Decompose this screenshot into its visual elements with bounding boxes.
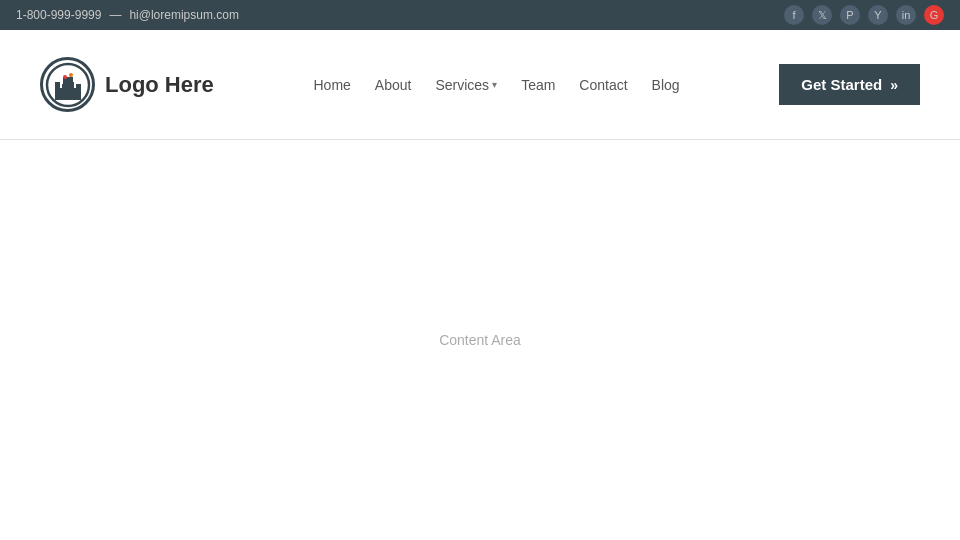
logo-text: Logo Here <box>105 72 214 98</box>
email-address: hi@loremipsum.com <box>129 8 239 22</box>
nav-item-team[interactable]: Team <box>521 77 555 93</box>
yelp-icon[interactable]: Y <box>868 5 888 25</box>
services-chevron-icon: ▾ <box>492 79 497 90</box>
linkedin-icon[interactable]: in <box>896 5 916 25</box>
get-started-button[interactable]: Get Started » <box>779 64 920 105</box>
logo-icon <box>40 57 95 112</box>
topbar-contact: 1-800-999-9999 — hi@loremipsum.com <box>16 8 239 22</box>
phone-number: 1-800-999-9999 <box>16 8 101 22</box>
svg-point-8 <box>69 73 73 77</box>
nav-item-services[interactable]: Services ▾ <box>435 77 497 93</box>
topbar-social: f 𝕏 P Y in G <box>784 5 944 25</box>
logo-area: Logo Here <box>40 57 214 112</box>
content-area: Content Area <box>0 140 960 540</box>
content-area-label: Content Area <box>439 332 521 348</box>
nav-item-about[interactable]: About <box>375 77 412 93</box>
google-icon[interactable]: G <box>924 5 944 25</box>
main-nav: Home About Services ▾ Team Contact Blog <box>313 77 679 93</box>
separator: — <box>109 8 121 22</box>
cta-label: Get Started <box>801 76 882 93</box>
nav-item-contact[interactable]: Contact <box>579 77 627 93</box>
topbar: 1-800-999-9999 — hi@loremipsum.com f 𝕏 P… <box>0 0 960 30</box>
facebook-icon[interactable]: f <box>784 5 804 25</box>
nav-item-home[interactable]: Home <box>313 77 350 93</box>
pinterest-icon[interactable]: P <box>840 5 860 25</box>
cta-chevrons-icon: » <box>890 77 898 93</box>
nav-item-blog[interactable]: Blog <box>652 77 680 93</box>
logo-svg <box>45 62 91 108</box>
svg-point-7 <box>63 75 67 79</box>
svg-rect-6 <box>63 77 73 90</box>
svg-rect-2 <box>55 82 60 90</box>
header: Logo Here Home About Services ▾ Team Con… <box>0 30 960 140</box>
twitter-icon[interactable]: 𝕏 <box>812 5 832 25</box>
svg-rect-5 <box>76 84 81 90</box>
